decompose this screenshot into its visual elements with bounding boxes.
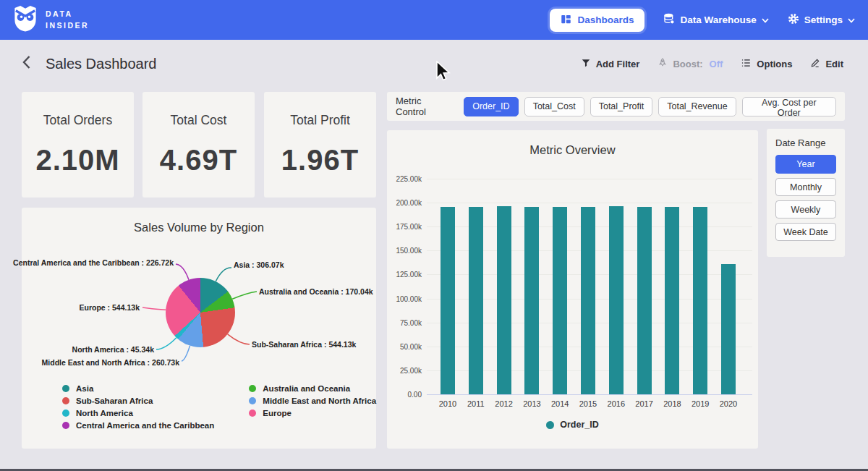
legend-dot [546,421,554,429]
metric-option-total-cost[interactable]: Total_Cost [524,97,584,116]
dashboard-toolbar: Sales Dashboard Add Filter Boost:Off [0,40,868,88]
legend-item-asia[interactable]: Asia [62,384,214,393]
legend-text: Australia and Oceania [263,384,350,393]
database-icon [663,13,675,27]
pie-label-australia-and-oceania: Australia and Oceania : 170.04k [259,287,373,296]
sales-dashboard-page: DATA INSIDER Dashboards [0,0,868,471]
bar-2010[interactable] [441,207,455,394]
chevron-down-icon [762,14,769,25]
nav-actions: Dashboards Data Warehouse [550,9,855,32]
date-range-panel: Date Range YearMonthlyWeeklyWeek Date [767,129,845,257]
leader-line-middle-east-and-north-africa [182,346,190,361]
boost-toggle[interactable]: Boost:Off [658,57,723,70]
bar-2016[interactable] [609,206,624,394]
leader-line-europe [142,307,166,310]
date-range-options: YearMonthlyWeeklyWeek Date [775,155,836,241]
bar-2018[interactable] [665,207,679,394]
bar-2013[interactable] [524,207,539,394]
bar-2011[interactable] [469,207,483,394]
page-title: Sales Dashboard [46,56,156,72]
legend-dot [62,422,69,429]
metric-option-order-id[interactable]: Order_ID [464,97,518,116]
leader-line-asia [216,268,231,281]
legend-item-australia-and-oceania[interactable]: Australia and Oceania [249,384,376,393]
legend-text: Central America and the Caribbean [76,421,214,430]
legend-item-middle-east-and-north-africa[interactable]: Middle East and North Africa [249,396,376,405]
data-warehouse-menu[interactable]: Data Warehouse [663,13,768,27]
gridline-200 [427,203,752,203]
add-filter-button[interactable]: Add Filter [581,58,640,70]
legend-text: Sub-Saharan Africa [76,396,153,405]
bar-2020[interactable] [721,264,736,394]
back-button[interactable] [22,55,31,72]
pencil-icon [810,58,820,70]
options-list-icon [741,58,752,70]
pie-label-europe: Europe : 544.13k [80,303,140,312]
pie-label-asia: Asia : 306.07k [234,260,284,269]
y-tick-label: 200.00k [387,199,422,207]
legend-dot [62,385,69,392]
bar-2012[interactable] [497,206,511,394]
metric-option-avg-cost-per-order[interactable]: Avg. Cost per Order [742,97,836,116]
date-option-year[interactable]: Year [775,155,836,174]
x-tick-2016: 2016 [602,399,631,408]
pie-label-north-america: North America : 45.34k [72,345,154,354]
bar-2017[interactable] [637,207,652,394]
x-tick-2012: 2012 [490,399,519,408]
pie-legend-column: AsiaSub-Saharan AfricaNorth AmericaCentr… [62,384,214,430]
legend-dot [249,410,256,417]
legend-text: Europe [263,409,292,417]
pie-chart[interactable] [166,278,235,347]
y-tick-label: 25.00k [387,366,422,374]
metric-option-total-profit[interactable]: Total_Profit [590,97,653,116]
bar-2014[interactable] [553,207,567,394]
toolbar-actions: Add Filter Boost:Off [581,57,843,70]
bar-2019[interactable] [693,207,707,394]
legend-dot [249,385,256,392]
kpi-value: 1.96T [281,144,359,177]
owl-logo-icon [13,5,38,35]
legend-dot [62,410,69,417]
y-tick-label: 175.00k [387,223,422,231]
kpi-card-total-orders: Total Orders2.10M [22,92,134,198]
x-tick-2010: 2010 [433,399,462,408]
metric-control-panel: Metric Control Order_IDTotal_CostTotal_P… [387,92,845,121]
bar-2015[interactable] [581,207,595,394]
legend-dot [249,397,256,404]
x-tick-2013: 2013 [517,399,546,408]
y-tick-label: 50.00k [387,342,422,350]
legend-item-north-america[interactable]: North America [62,409,214,417]
x-tick-2014: 2014 [545,399,574,408]
y-tick-label: 100.00k [387,294,422,302]
date-option-weekly[interactable]: Weekly [775,200,836,218]
settings-menu[interactable]: Settings [788,13,855,27]
bar-chart-title: Metric Overview [387,143,758,157]
bar-chart-legend[interactable]: Order_ID [387,420,758,430]
y-tick-label: 125.00k [387,271,422,279]
date-option-week-date[interactable]: Week Date [775,223,836,241]
brand-logo[interactable]: DATA INSIDER [13,5,89,35]
legend-text: Asia [76,384,93,393]
legend-item-sub-saharan-africa[interactable]: Sub-Saharan Africa [62,396,214,405]
options-button[interactable]: Options [741,58,792,70]
date-option-monthly[interactable]: Monthly [775,178,836,196]
x-tick-2019: 2019 [686,399,715,408]
pie-chart-legend: AsiaSub-Saharan AfricaNorth AmericaCentr… [62,384,376,430]
legend-item-europe[interactable]: Europe [249,409,376,417]
legend-text: Middle East and North Africa [263,396,376,405]
leader-line-australia-and-oceania [232,292,257,299]
gear-icon [788,13,799,27]
leader-line-central-america-and-the-caribbean [176,264,189,280]
legend-item-central-america-and-the-caribbean[interactable]: Central America and the Caribbean [62,421,214,430]
kpi-card-total-profit: Total Profit1.96T [264,92,376,198]
mouse-cursor [435,61,451,85]
rocket-icon [658,57,668,70]
edit-button[interactable]: Edit [810,58,843,70]
metric-option-total-revenue[interactable]: Total_Revenue [658,97,736,116]
dashboards-button[interactable]: Dashboards [550,9,644,32]
gridline-225 [427,179,752,179]
x-tick-2015: 2015 [574,399,603,408]
legend-label: Order_ID [560,420,599,430]
y-tick-label: 150.00k [387,247,422,255]
leader-line-north-america [156,338,176,349]
